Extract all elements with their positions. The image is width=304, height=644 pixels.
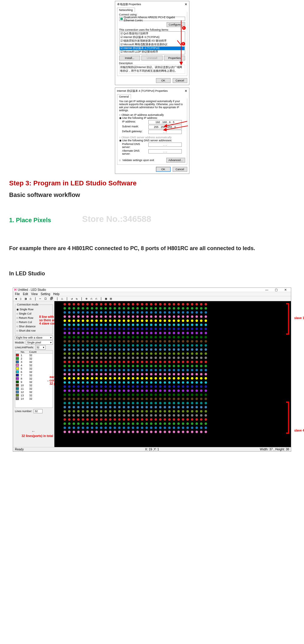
row-number: 1: [20, 354, 29, 357]
annotation-lines-total: 32 lines(ports) in total: [22, 434, 53, 438]
paragraph-led-studio: In LED Studio: [9, 267, 295, 280]
row-number: 13: [20, 394, 29, 397]
install-button[interactable]: Install...: [119, 56, 140, 60]
preferred-dns-label: Preferred DNS server:: [122, 143, 148, 149]
maximize-icon[interactable]: ▢: [272, 288, 280, 291]
radio-use-following-ip[interactable]: Use the following IP address:: [119, 116, 185, 119]
row-color-swatch: [16, 367, 19, 370]
close-icon[interactable]: ✕: [281, 288, 290, 291]
ok-button[interactable]: OK: [156, 167, 171, 172]
network-properties-dialog: 本地连接 Properties ✕ Networking Connect usi…: [115, 1, 189, 85]
paragraph-example: For example there are 4 H801RC connected…: [9, 242, 295, 255]
cancel-button[interactable]: Cancel: [173, 167, 187, 172]
mode-short-dist-row[interactable]: Short dist row: [16, 329, 51, 333]
alt-dns-input[interactable]: . . .: [148, 149, 182, 153]
row-count: 32: [29, 391, 53, 394]
network-item[interactable]: QoS 数据包计划程序: [120, 32, 185, 36]
mode-return-col[interactable]: Return Col: [16, 320, 51, 324]
network-item[interactable]: 链路层拓扑发现映射器 I/O 驱动程序: [120, 39, 185, 43]
default-gateway-label: Default gateway:: [122, 130, 148, 134]
cancel-button[interactable]: Cancel: [173, 78, 187, 83]
row-count: 32: [29, 367, 53, 370]
mode-single-col[interactable]: Single Col: [16, 312, 51, 316]
menu-item-view[interactable]: View: [31, 292, 38, 296]
network-item[interactable]: Microsoft 网络适配器多路传送器协议: [120, 43, 185, 46]
connection-mode-legend: Connection mode: [16, 303, 39, 306]
minimize-icon[interactable]: —: [262, 288, 271, 291]
default-gateway-input[interactable]: . . .: [148, 130, 182, 134]
table-row[interactable]: 1332: [15, 394, 53, 397]
row-color-swatch: [16, 384, 19, 387]
network-item[interactable]: Microsoft LLDP 协议驱动程序: [120, 50, 185, 54]
table-row[interactable]: 632: [15, 370, 53, 374]
table-row[interactable]: 132: [15, 354, 53, 357]
led-studio-window: H Untitled - LED Studio — ▢ ✕ FileEditVi…: [13, 288, 291, 452]
ok-button[interactable]: OK: [156, 78, 171, 83]
menu-item-help[interactable]: Help: [53, 292, 60, 296]
row-color-swatch: [16, 397, 19, 400]
row-count: 32: [29, 360, 53, 364]
row-count: 32: [29, 394, 53, 397]
annotation-slave4: slave 4: [294, 429, 304, 432]
radio-obtain-dns-auto: Obtain DNS server address automatically: [119, 136, 185, 139]
row-count: 32: [29, 364, 53, 367]
tab-general[interactable]: General: [117, 94, 131, 99]
properties-button[interactable]: Properties: [164, 56, 185, 60]
step-heading: Step 3: Program in LED Studio Software: [9, 179, 295, 187]
description-text: 传输控制协议/Internet 协议。该协议是默认的广域网络协议，用于在不同的相…: [119, 65, 185, 74]
row-count: 32: [29, 374, 53, 377]
app-icon: H: [14, 288, 16, 291]
row-color-swatch: [16, 394, 19, 397]
ipv4-properties-dialog: Internet 协议版本 4 (TCP/IPv4) Properties ✕ …: [115, 88, 189, 174]
linelimit-input[interactable]: 32▾: [35, 345, 46, 350]
mode-return-row[interactable]: Return Row: [16, 316, 51, 320]
table-row[interactable]: 532: [15, 367, 53, 370]
dialog2-title: Internet 协议版本 4 (TCP/IPv4) Properties: [117, 89, 168, 93]
lines-number-label: Lines number:: [15, 410, 32, 413]
table-row[interactable]: 1032: [15, 384, 53, 387]
dialog1-title: 本地连接 Properties: [117, 2, 141, 6]
table-row[interactable]: 732: [15, 374, 53, 377]
description-heading: Description: [119, 62, 185, 65]
advanced-button[interactable]: Advanced...: [166, 158, 185, 163]
mode-shor-distance[interactable]: Shor distance: [16, 324, 51, 329]
network-item[interactable]: Internet 协议版本 4 (TCP/IPv4): [120, 46, 185, 50]
menu-item-edit[interactable]: Edit: [23, 292, 28, 296]
toolbar[interactable]: ◀ ▯ ◨ ⌂ | ✂ 🗋 🗐 | ♺ | ↺ ↻ | ⊕ ⎌ ⎌ | ▦ ▤: [13, 296, 291, 301]
table-row[interactable]: 1232: [15, 391, 53, 394]
row-count: 32: [29, 354, 53, 357]
menu-item-setting[interactable]: Setting: [41, 292, 50, 296]
tab-networking[interactable]: Networking: [117, 8, 135, 12]
network-item[interactable]: 链路层拓扑发现响应程序: [120, 54, 185, 54]
radio-obtain-ip-auto[interactable]: Obtain an IP address automatically: [119, 113, 185, 116]
preferred-dns-input[interactable]: . . .: [148, 143, 182, 147]
pixel-canvas-area[interactable]: slave 1 slave 4: [54, 301, 291, 447]
lines-number-input[interactable]: 32: [33, 409, 43, 413]
close-icon[interactable]: ✕: [185, 89, 187, 93]
row-number: 2: [20, 357, 29, 360]
bracket-slave1-icon: [287, 303, 289, 335]
menu-item-file[interactable]: File: [15, 292, 20, 296]
table-row[interactable]: 432: [15, 364, 53, 367]
table-row[interactable]: 232: [15, 357, 53, 360]
network-item[interactable]: Internet 协议版本 6 (TCP/IPv6): [120, 36, 185, 39]
row-count: 32: [29, 384, 53, 387]
close-icon[interactable]: ✕: [185, 2, 187, 6]
table-row[interactable]: 332: [15, 360, 53, 364]
section-place-pixels: 1. Place Pixels: [9, 217, 295, 224]
ip-address-input[interactable]: 192 . 168 . 6 . 5: [148, 120, 182, 124]
sidebar: Connection mode Single RowSingle ColRetu…: [13, 301, 54, 447]
module-dropdown[interactable]: Single pixel▾: [26, 340, 53, 345]
items-label: This connection uses the following items…: [119, 28, 185, 31]
module-label: Module:: [15, 341, 25, 344]
row-color-swatch: [16, 377, 19, 380]
row-number: 14: [20, 397, 29, 401]
validate-settings-checkbox[interactable]: ☐ Validate settings upon exit: [119, 159, 154, 162]
slave-lines-dropdown[interactable]: Eight line with a slave▾: [15, 336, 53, 340]
table-row[interactable]: 1132: [15, 387, 53, 391]
subnet-mask-input[interactable]: 255 . 255 . 255 . 0: [148, 125, 182, 129]
mode-single-row[interactable]: Single Row: [16, 307, 51, 312]
table-row[interactable]: 1432: [15, 397, 53, 401]
radio-use-following-dns[interactable]: Use the following DNS server addresses:: [119, 139, 185, 142]
connection-items-list[interactable]: QoS 数据包计划程序Internet 协议版本 6 (TCP/IPv6)链路层…: [119, 31, 185, 54]
